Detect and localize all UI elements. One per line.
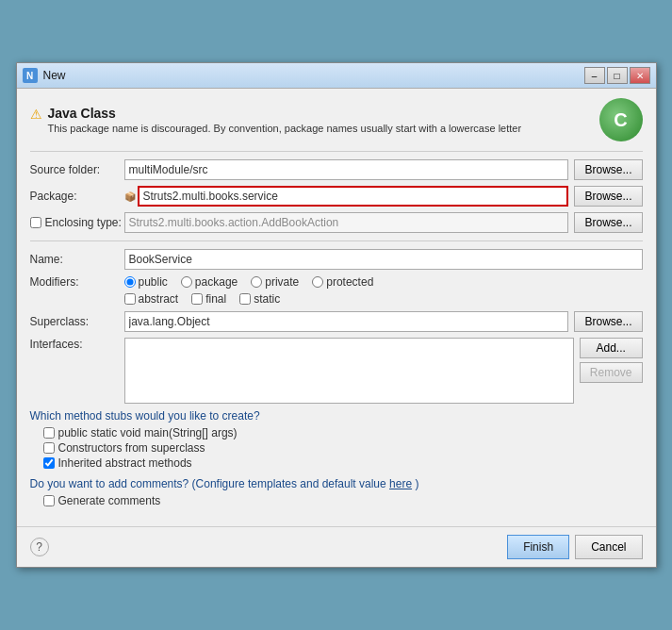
modifier-private-label: private — [265, 275, 299, 289]
modifier-package-radio[interactable] — [181, 276, 192, 288]
enclosing-type-checkbox-label[interactable]: Enclosing type: — [30, 216, 124, 229]
modifier-final-checkbox[interactable] — [191, 293, 203, 305]
modifier-static-label: static — [254, 292, 280, 306]
stub-main-checkbox[interactable] — [43, 427, 55, 439]
generate-comments-label: Generate comments — [58, 494, 161, 507]
enclosing-type-label: Enclosing type: — [45, 216, 122, 229]
modifier-public-option[interactable]: public — [124, 275, 168, 289]
form-divider — [30, 240, 643, 241]
enclosing-type-row: Enclosing type: Browse... — [30, 212, 643, 233]
interfaces-add-button[interactable]: Add... — [580, 338, 643, 358]
enclosing-type-input[interactable] — [124, 212, 569, 233]
title-bar-controls: – □ ✕ — [584, 67, 650, 84]
modifier-package-option[interactable]: package — [181, 275, 238, 289]
stub-constructors-checkbox[interactable] — [43, 442, 55, 454]
package-browse-button[interactable]: Browse... — [574, 186, 642, 207]
modifier-abstract-checkbox[interactable] — [124, 293, 136, 305]
stubs-question: Which method stubs would you like to cre… — [30, 409, 643, 423]
eclipse-logo: C — [599, 98, 643, 141]
modifiers-content: public package private protected — [124, 275, 374, 306]
modifier-private-option[interactable]: private — [251, 275, 299, 289]
stub-inherited-label: Inherited abstract methods — [58, 456, 192, 470]
generate-comments-option[interactable]: Generate comments — [43, 494, 643, 507]
new-java-class-dialog: N New – □ ✕ ⚠ Java Class This package na… — [16, 62, 657, 568]
modifier-public-radio[interactable] — [124, 276, 136, 288]
stub-inherited-option[interactable]: Inherited abstract methods — [43, 456, 643, 470]
modifiers-row: Modifiers: public package private — [30, 275, 643, 306]
superclass-label: Superclass: — [30, 315, 124, 328]
comments-section: Do you want to add comments? (Configure … — [30, 477, 643, 507]
maximize-button[interactable]: □ — [607, 67, 628, 84]
enclosing-type-checkbox[interactable] — [30, 217, 41, 228]
enclosing-type-browse-button[interactable]: Browse... — [574, 212, 642, 233]
package-input[interactable] — [138, 186, 569, 207]
interfaces-buttons: Add... Remove — [580, 338, 643, 383]
modifier-static-checkbox[interactable] — [239, 293, 251, 305]
generate-comments-checkbox[interactable] — [43, 495, 55, 506]
modifier-abstract-label: abstract — [139, 292, 179, 306]
interfaces-listbox — [124, 338, 574, 404]
warning-message: This package name is discouraged. By con… — [48, 123, 522, 134]
cancel-button[interactable]: Cancel — [575, 535, 642, 559]
modifier-public-label: public — [139, 275, 168, 289]
modifier-checkbox-group: abstract final static — [124, 292, 374, 306]
minimize-button[interactable]: – — [584, 67, 605, 84]
comments-question: Do you want to add comments? (Configure … — [30, 477, 643, 490]
window-icon: N — [23, 68, 38, 83]
modifier-private-radio[interactable] — [251, 276, 262, 288]
package-row: Package: 📦 Browse... — [30, 186, 643, 207]
name-input[interactable] — [124, 249, 643, 270]
modifier-protected-label: protected — [326, 275, 373, 289]
modifier-radio-group: public package private protected — [124, 275, 374, 289]
stub-constructors-option[interactable]: Constructors from superclass — [43, 441, 643, 455]
source-folder-browse-button[interactable]: Browse... — [574, 159, 642, 180]
warning-icon: ⚠ — [30, 107, 42, 122]
source-folder-row: Source folder: Browse... — [30, 159, 643, 180]
comments-question-end: ) — [415, 477, 418, 490]
superclass-browse-button[interactable]: Browse... — [574, 311, 642, 332]
section-title: Java Class — [48, 106, 522, 121]
package-label: Package: — [30, 190, 124, 203]
header-left: ⚠ Java Class This package name is discou… — [30, 106, 522, 134]
stub-main-option[interactable]: public static void main(String[] args) — [43, 426, 643, 439]
bottom-right-buttons: Finish Cancel — [507, 535, 642, 559]
source-folder-label: Source folder: — [30, 163, 124, 176]
interfaces-remove-button[interactable]: Remove — [580, 362, 643, 383]
finish-button[interactable]: Finish — [507, 535, 569, 559]
interfaces-row: Interfaces: Add... Remove — [30, 338, 643, 404]
stub-main-label: public static void main(String[] args) — [58, 426, 238, 439]
package-icon: 📦 — [124, 191, 136, 202]
close-button[interactable]: ✕ — [630, 67, 650, 84]
superclass-row: Superclass: Browse... — [30, 311, 643, 332]
stubs-section: Which method stubs would you like to cre… — [30, 409, 643, 470]
window-title: New — [43, 69, 66, 82]
modifier-final-label: final — [205, 292, 226, 306]
modifier-final-option[interactable]: final — [191, 292, 226, 306]
modifier-protected-radio[interactable] — [312, 276, 323, 288]
comments-configure-link[interactable]: here — [389, 477, 412, 490]
stub-constructors-label: Constructors from superclass — [58, 441, 205, 455]
name-row: Name: — [30, 249, 643, 270]
header-text: Java Class This package name is discoura… — [48, 106, 522, 134]
name-label: Name: — [30, 253, 124, 266]
modifiers-label: Modifiers: — [30, 275, 124, 289]
interfaces-label: Interfaces: — [30, 338, 124, 351]
comments-question-text: Do you want to add comments? (Configure … — [30, 477, 390, 490]
help-button[interactable]: ? — [30, 538, 49, 556]
source-folder-input[interactable] — [124, 159, 569, 180]
modifier-package-label: package — [195, 275, 238, 289]
modifier-protected-option[interactable]: protected — [312, 275, 373, 289]
superclass-input[interactable] — [124, 311, 569, 332]
header-divider — [30, 151, 643, 152]
modifier-abstract-option[interactable]: abstract — [124, 292, 179, 306]
header-section: ⚠ Java Class This package name is discou… — [30, 98, 643, 141]
title-bar-left: N New — [23, 68, 66, 83]
stub-inherited-checkbox[interactable] — [43, 457, 55, 469]
dialog-content: ⚠ Java Class This package name is discou… — [17, 89, 656, 526]
title-bar: N New – □ ✕ — [17, 63, 656, 89]
modifier-static-option[interactable]: static — [239, 292, 280, 306]
bottom-bar: ? Finish Cancel — [17, 526, 656, 567]
